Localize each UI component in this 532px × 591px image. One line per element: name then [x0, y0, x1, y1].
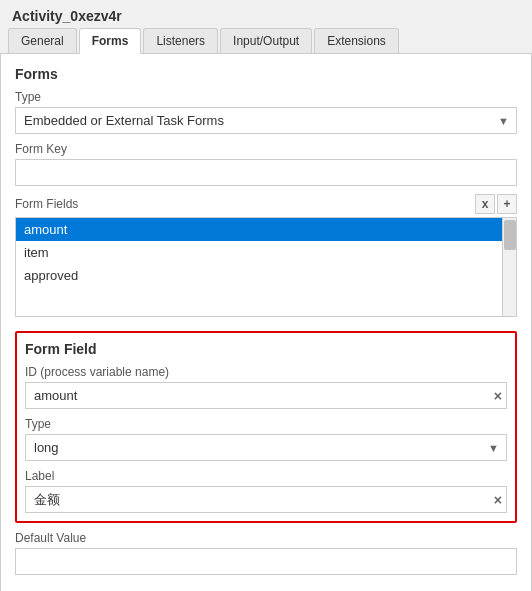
label-label: Label	[25, 469, 507, 483]
field-type-select[interactable]: long string boolean integer date enum	[25, 434, 507, 461]
id-input[interactable]	[25, 382, 507, 409]
remove-field-button[interactable]: x	[475, 194, 495, 214]
list-item-amount[interactable]: amount	[16, 218, 516, 241]
form-fields-label: Form Fields	[15, 197, 78, 211]
list-item-approved[interactable]: approved	[16, 264, 516, 287]
list-item-item[interactable]: item	[16, 241, 516, 264]
form-fields-list-inner: amount item approved	[16, 218, 516, 287]
tab-forms[interactable]: Forms	[79, 28, 142, 54]
form-field-title: Form Field	[25, 341, 507, 357]
scrollbar-thumb[interactable]	[504, 220, 516, 250]
type-label: Type	[15, 90, 517, 104]
field-type-select-wrapper: long string boolean integer date enum ▼	[25, 434, 507, 461]
tab-bar: General Forms Listeners Input/Output Ext…	[0, 28, 532, 54]
content-area: Forms Type Embedded or External Task For…	[0, 54, 532, 591]
title-bar: Activity_0xezv4r	[0, 0, 532, 28]
form-fields-list: amount item approved	[15, 217, 517, 317]
type-select[interactable]: Embedded or External Task Forms Generic …	[15, 107, 517, 134]
scrollbar-track	[502, 218, 516, 316]
tab-input-output[interactable]: Input/Output	[220, 28, 312, 53]
label-clear-button[interactable]: ×	[494, 493, 502, 507]
id-input-wrapper: ×	[25, 382, 507, 409]
form-fields-header: Form Fields x +	[15, 194, 517, 214]
field-type-label: Type	[25, 417, 507, 431]
form-key-label: Form Key	[15, 142, 517, 156]
id-label: ID (process variable name)	[25, 365, 507, 379]
default-value-label: Default Value	[15, 531, 517, 545]
form-key-input[interactable]	[15, 159, 517, 186]
form-fields-buttons: x +	[475, 194, 517, 214]
label-input[interactable]	[25, 486, 507, 513]
type-select-wrapper: Embedded or External Task Forms Generic …	[15, 107, 517, 134]
window-title: Activity_0xezv4r	[12, 8, 122, 24]
default-value-input[interactable]	[15, 548, 517, 575]
tab-extensions[interactable]: Extensions	[314, 28, 399, 53]
window: Activity_0xezv4r General Forms Listeners…	[0, 0, 532, 591]
form-fields-section: Form Fields x + amount item approved	[15, 194, 517, 317]
tab-listeners[interactable]: Listeners	[143, 28, 218, 53]
id-clear-button[interactable]: ×	[494, 389, 502, 403]
default-value-section: Default Value	[15, 531, 517, 575]
label-input-wrapper: ×	[25, 486, 507, 513]
tab-general[interactable]: General	[8, 28, 77, 53]
forms-section-title: Forms	[15, 66, 517, 82]
form-field-section: Form Field ID (process variable name) × …	[15, 331, 517, 523]
add-field-button[interactable]: +	[497, 194, 517, 214]
